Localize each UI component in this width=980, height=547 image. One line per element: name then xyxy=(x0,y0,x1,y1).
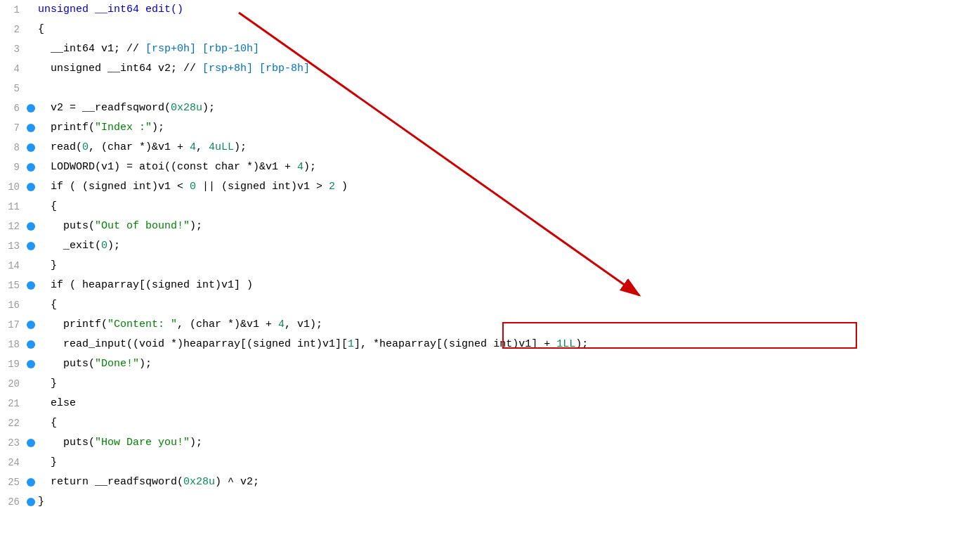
breakpoint-dot[interactable] xyxy=(27,104,35,112)
code-content: unsigned __int64 edit() xyxy=(38,0,183,20)
code-line: 14 } xyxy=(0,256,980,276)
breakpoint-dot[interactable] xyxy=(27,183,35,191)
code-content: unsigned __int64 v2; // [rsp+8h] [rbp-8h… xyxy=(38,59,310,79)
code-content: } xyxy=(38,374,57,394)
line-number: 10 xyxy=(0,177,27,197)
code-content: LODWORD(v1) = atoi((const char *)&v1 + 4… xyxy=(38,157,316,177)
line-number: 24 xyxy=(0,453,27,472)
code-content: { xyxy=(38,20,44,39)
breakpoint-empty[interactable] xyxy=(27,6,35,14)
line-number: 13 xyxy=(0,236,27,256)
breakpoint-dot[interactable] xyxy=(27,281,35,290)
line-number: 17 xyxy=(0,315,27,335)
breakpoint-empty[interactable] xyxy=(27,380,35,388)
line-number: 9 xyxy=(0,157,27,177)
code-line: 25 return __readfsqword(0x28u) ^ v2; xyxy=(0,472,980,492)
line-number: 7 xyxy=(0,118,27,138)
code-line: 12 puts("Out of bound!"); xyxy=(0,217,980,236)
breakpoint-empty[interactable] xyxy=(27,202,35,211)
code-line: 1unsigned __int64 edit() xyxy=(0,0,980,20)
code-content: printf("Index :"); xyxy=(38,118,164,138)
code-content: puts("How Dare you!"); xyxy=(38,433,202,453)
line-number: 14 xyxy=(0,256,27,276)
line-number: 6 xyxy=(0,98,27,118)
code-line: 24 } xyxy=(0,453,980,472)
line-number: 5 xyxy=(0,79,27,98)
breakpoint-dot[interactable] xyxy=(27,143,35,152)
line-number: 3 xyxy=(0,39,27,59)
code-line: 16 { xyxy=(0,295,980,315)
code-line: 15 if ( heaparray[(signed int)v1] ) xyxy=(0,276,980,295)
code-line: 17 printf("Content: ", (char *)&v1 + 4, … xyxy=(0,315,980,335)
code-content: _exit(0); xyxy=(38,236,120,256)
code-content: read(0, (char *)&v1 + 4, 4uLL); xyxy=(38,138,247,157)
line-number: 21 xyxy=(0,394,27,413)
code-line: 21 else xyxy=(0,394,980,413)
line-number: 8 xyxy=(0,138,27,157)
code-content: } xyxy=(38,453,57,472)
breakpoint-dot[interactable] xyxy=(27,360,35,368)
code-line: 19 puts("Done!"); xyxy=(0,354,980,374)
code-content: read_input((void *)heaparray[(signed int… xyxy=(38,335,588,354)
line-number: 26 xyxy=(0,492,27,512)
code-content: } xyxy=(38,492,44,512)
code-line: 13 _exit(0); xyxy=(0,236,980,256)
code-content: puts("Out of bound!"); xyxy=(38,217,202,236)
code-line: 6 v2 = __readfsqword(0x28u); xyxy=(0,98,980,118)
breakpoint-empty[interactable] xyxy=(27,84,35,93)
code-line: 7 printf("Index :"); xyxy=(0,118,980,138)
code-content: printf("Content: ", (char *)&v1 + 4, v1)… xyxy=(38,315,322,335)
line-number: 23 xyxy=(0,433,27,453)
code-line: 4 unsigned __int64 v2; // [rsp+8h] [rbp-… xyxy=(0,59,980,79)
breakpoint-dot[interactable] xyxy=(27,222,35,231)
breakpoint-dot[interactable] xyxy=(27,242,35,250)
code-line: 20 } xyxy=(0,374,980,394)
line-number: 18 xyxy=(0,335,27,354)
breakpoint-empty[interactable] xyxy=(27,419,35,427)
code-content: if ( (signed int)v1 < 0 || (signed int)v… xyxy=(38,177,348,197)
breakpoint-empty[interactable] xyxy=(27,262,35,270)
line-number: 25 xyxy=(0,472,27,492)
code-line: 11 { xyxy=(0,197,980,217)
code-content: __int64 v1; // [rsp+0h] [rbp-10h] xyxy=(38,39,259,59)
code-line: 9 LODWORD(v1) = atoi((const char *)&v1 +… xyxy=(0,157,980,177)
line-number: 20 xyxy=(0,374,27,394)
code-content: { xyxy=(38,295,57,315)
breakpoint-empty[interactable] xyxy=(27,25,35,34)
code-view: 1unsigned __int64 edit()2{3 __int64 v1; … xyxy=(0,0,980,547)
code-line: 5 xyxy=(0,79,980,98)
code-content: } xyxy=(38,256,57,276)
breakpoint-dot[interactable] xyxy=(27,321,35,329)
breakpoint-empty[interactable] xyxy=(27,458,35,467)
breakpoint-dot[interactable] xyxy=(27,340,35,349)
line-number: 2 xyxy=(0,20,27,39)
code-line: 2{ xyxy=(0,20,980,39)
breakpoint-dot[interactable] xyxy=(27,439,35,447)
line-number: 16 xyxy=(0,295,27,315)
code-content: else xyxy=(38,394,76,413)
breakpoint-dot[interactable] xyxy=(27,498,35,506)
line-number: 1 xyxy=(0,0,27,20)
code-content: { xyxy=(38,413,57,433)
line-number: 12 xyxy=(0,217,27,236)
code-content: { xyxy=(38,197,57,217)
code-line: 26} xyxy=(0,492,980,512)
code-line: 10 if ( (signed int)v1 < 0 || (signed in… xyxy=(0,177,980,197)
code-line: 23 puts("How Dare you!"); xyxy=(0,433,980,453)
line-number: 19 xyxy=(0,354,27,374)
code-line: 3 __int64 v1; // [rsp+0h] [rbp-10h] xyxy=(0,39,980,59)
code-line: 22 { xyxy=(0,413,980,433)
line-number: 4 xyxy=(0,59,27,79)
code-content: if ( heaparray[(signed int)v1] ) xyxy=(38,276,253,295)
breakpoint-dot[interactable] xyxy=(27,478,35,487)
code-line: 18 read_input((void *)heaparray[(signed … xyxy=(0,335,980,354)
breakpoint-dot[interactable] xyxy=(27,163,35,172)
breakpoint-empty[interactable] xyxy=(27,45,35,53)
line-number: 22 xyxy=(0,413,27,433)
breakpoint-empty[interactable] xyxy=(27,399,35,408)
breakpoint-empty[interactable] xyxy=(27,65,35,73)
breakpoint-empty[interactable] xyxy=(27,301,35,309)
code-content: v2 = __readfsqword(0x28u); xyxy=(38,98,215,118)
breakpoint-dot[interactable] xyxy=(27,124,35,132)
code-content: puts("Done!"); xyxy=(38,354,152,374)
